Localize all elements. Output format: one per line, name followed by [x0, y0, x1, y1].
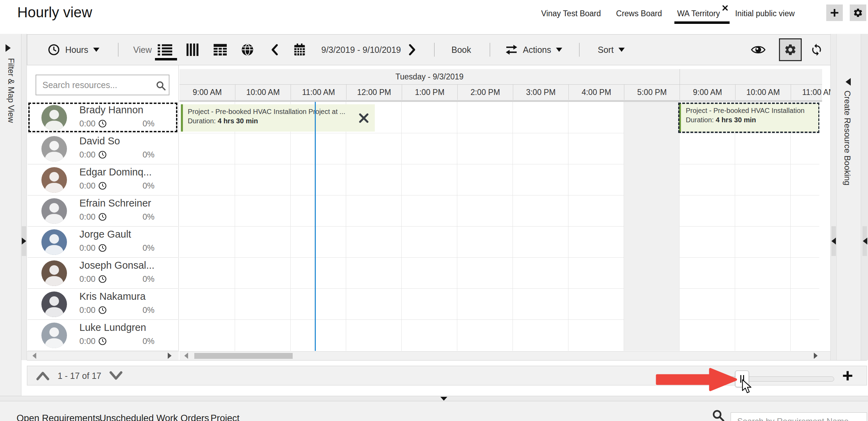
resource-row[interactable]: Efrain Schreiner 0:00 0% — [28, 195, 178, 227]
booking-event-selected[interactable]: Project - Pre-booked HVAC Installation D… — [679, 103, 819, 132]
view-tab[interactable]: WA Territory — [677, 6, 720, 25]
filter-map-label[interactable]: Filter & Map View — [6, 58, 16, 123]
close-tab-icon[interactable] — [722, 5, 728, 11]
grid-column[interactable] — [680, 102, 735, 351]
clock-icon — [48, 44, 60, 56]
view-tab[interactable]: Initial public view — [735, 6, 795, 25]
resource-row[interactable]: Kris Nakamura 0:00 0% — [28, 289, 178, 320]
grid-column[interactable] — [179, 102, 235, 351]
view-tab-label: Crews Board — [616, 9, 662, 18]
time-header-row: 9:00 AM10:00 AM11:00 AM12:00 PM1:00 PM2:… — [179, 85, 822, 100]
avatar — [41, 198, 67, 224]
grid-column[interactable] — [457, 102, 513, 351]
grid-column[interactable] — [346, 102, 402, 351]
resource-name: Brady Hannon — [79, 104, 143, 116]
resource-hours: 0:00 — [79, 336, 107, 346]
page-down-icon[interactable] — [109, 371, 123, 381]
resource-row[interactable]: David So 0:00 0% — [28, 133, 178, 164]
collapse-left-icon[interactable] — [863, 238, 867, 245]
view-settings-button[interactable] — [850, 4, 866, 21]
grid-hscrollbar[interactable] — [179, 351, 830, 360]
right-edge-splitter[interactable] — [861, 34, 868, 360]
time-header-cell: 5:00 PM — [624, 85, 680, 100]
resource-row[interactable]: Luke Lundgren 0:00 0% — [28, 320, 178, 351]
requirement-search-input[interactable] — [731, 413, 868, 421]
view-grid-button[interactable] — [214, 35, 227, 65]
toolbar-divider — [579, 43, 579, 57]
map-view-button[interactable] — [241, 35, 254, 65]
create-booking-label[interactable]: Create Resource Booking — [842, 90, 852, 185]
expand-booking-panel-icon[interactable] — [846, 78, 851, 86]
resource-row[interactable]: Brady Hannon 0:00 0% — [28, 102, 178, 133]
expand-right-icon[interactable] — [22, 238, 26, 245]
collapse-left-icon[interactable] — [831, 238, 836, 245]
divider — [27, 360, 867, 361]
tab-project[interactable]: Project — [211, 413, 240, 421]
grid-column[interactable] — [513, 102, 568, 351]
add-view-button[interactable] — [826, 4, 843, 21]
active-view-underline — [155, 58, 177, 60]
resource-hours: 0:00 — [79, 212, 107, 222]
view-columns-button[interactable] — [186, 35, 198, 65]
time-header-cell: 4:00 PM — [568, 85, 624, 100]
zoom-in-icon[interactable] — [842, 370, 854, 382]
settings-button[interactable] — [779, 38, 802, 61]
tab-unscheduled-work-orders[interactable]: Unscheduled Work Orders — [99, 413, 209, 421]
actions-dropdown[interactable]: Actions — [505, 35, 562, 65]
requirement-search[interactable] — [731, 412, 867, 421]
grid-column[interactable] — [291, 102, 346, 351]
grid-column[interactable] — [402, 102, 457, 351]
time-header-cell: 11:00 AM — [791, 85, 830, 100]
refresh-button[interactable] — [810, 35, 823, 65]
grid-column[interactable] — [791, 102, 819, 351]
time-header-cell: 9:00 AM — [680, 85, 735, 100]
grid-column[interactable] — [624, 102, 680, 351]
refresh-icon — [810, 43, 823, 56]
collapse-bottom-panel-icon[interactable] — [440, 397, 447, 401]
scroll-right-icon[interactable] — [168, 353, 172, 359]
scroll-left-icon[interactable] — [184, 353, 188, 359]
view-tab[interactable]: Vinay Test Board — [541, 6, 601, 25]
view-tab-label: Vinay Test Board — [541, 9, 601, 18]
toolbar-divider — [490, 43, 490, 57]
bottom-splitter[interactable] — [0, 396, 868, 401]
resource-row[interactable]: Joseph Gonsal... 0:00 0% — [28, 258, 178, 289]
resource-search[interactable] — [36, 75, 169, 95]
remove-event-icon[interactable] — [358, 113, 369, 124]
scroll-left-icon[interactable] — [32, 353, 36, 359]
booking-event[interactable]: Project - Pre-booked HVAC Installation P… — [181, 104, 375, 132]
clock-icon — [98, 213, 107, 221]
hours-mode-dropdown[interactable]: Hours — [48, 35, 99, 65]
resource-row[interactable]: Edgar Dominq... 0:00 0% — [28, 164, 178, 195]
sort-dropdown[interactable]: Sort — [598, 35, 625, 65]
resource-search-input[interactable] — [36, 80, 154, 90]
visibility-button[interactable] — [751, 35, 766, 65]
hscroll-thumb[interactable] — [194, 353, 293, 359]
grid-column[interactable] — [235, 102, 291, 351]
scroll-right-icon[interactable] — [814, 353, 818, 359]
book-button[interactable]: Book — [451, 35, 471, 65]
grid-column[interactable] — [735, 102, 791, 351]
page-up-icon[interactable] — [36, 371, 49, 381]
tab-open-requirements[interactable]: Open Requirements — [17, 413, 100, 421]
search-icon[interactable] — [156, 80, 166, 91]
globe-icon — [241, 44, 254, 56]
clock-icon — [98, 182, 107, 190]
resource-row[interactable]: Jorge Gault 0:00 0% — [28, 227, 178, 258]
resource-utilization: 0% — [143, 336, 155, 346]
current-time-line — [315, 102, 316, 351]
resource-list-hscrollbar[interactable] — [27, 351, 179, 360]
left-splitter[interactable] — [21, 34, 27, 360]
expand-filter-panel-icon[interactable] — [6, 44, 11, 52]
date-range-label[interactable]: 9/3/2019 - 9/10/2019 — [321, 35, 401, 65]
calendar-button[interactable] — [294, 35, 305, 65]
zoom-out-icon[interactable] — [713, 377, 722, 380]
grid-body[interactable]: Project - Pre-booked HVAC Installation P… — [179, 102, 819, 351]
grid-column[interactable] — [568, 102, 624, 351]
time-header-cell: 10:00 AM — [735, 85, 791, 100]
prev-date-button[interactable] — [270, 35, 280, 65]
next-date-button[interactable] — [407, 35, 417, 65]
view-tab[interactable]: Crews Board — [616, 6, 662, 25]
right-splitter[interactable] — [830, 34, 836, 360]
zoom-slider-handle[interactable] — [735, 371, 749, 387]
